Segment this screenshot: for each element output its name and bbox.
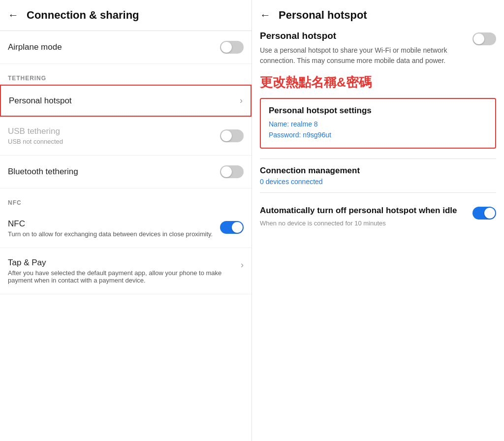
- auto-turn-off-sub: When no device is connected for 10 minut…: [260, 220, 467, 227]
- hotspot-settings-box[interactable]: Personal hotspot settings Name: realme 8…: [260, 98, 496, 149]
- tethering-section-header: TETHERING: [0, 64, 252, 85]
- nfc-label: NFC: [8, 219, 214, 229]
- tap-pay-sublabel: After you have selected the default paym…: [8, 269, 235, 284]
- left-header: ← Connection & sharing: [0, 0, 252, 31]
- bluetooth-tethering-label: Bluetooth tethering: [8, 167, 78, 177]
- right-divider-2: [260, 192, 496, 193]
- hotspot-section-desc: Use a personal hotspot to share your Wi-…: [260, 45, 467, 66]
- auto-turn-off-text: Automatically turn off personal hotspot …: [260, 205, 467, 227]
- personal-hotspot-row[interactable]: Personal hotspot ›: [0, 85, 252, 117]
- personal-hotspot-chevron: ›: [240, 95, 243, 106]
- usb-tethering-item[interactable]: USB tethering USB not connected: [0, 117, 252, 156]
- hotspot-section-title: Personal hotspot: [260, 31, 467, 41]
- tap-pay-label: Tap & Pay: [8, 258, 235, 268]
- tap-pay-item[interactable]: Tap & Pay After you have selected the de…: [0, 248, 252, 294]
- airplane-mode-label: Airplane mode: [8, 42, 62, 52]
- left-back-button[interactable]: ←: [8, 9, 19, 22]
- right-back-button[interactable]: ←: [260, 9, 271, 22]
- left-panel: ← Connection & sharing Airplane mode TET…: [0, 0, 252, 441]
- connection-mgmt-title: Connection management: [260, 166, 496, 176]
- left-panel-title: Connection & sharing: [27, 9, 139, 22]
- tap-pay-chevron: ›: [241, 260, 244, 270]
- auto-turn-off-title: Automatically turn off personal hotspot …: [260, 205, 467, 217]
- nfc-toggle[interactable]: [220, 221, 244, 234]
- hotspot-top-row: Personal hotspot Use a personal hotspot …: [260, 31, 496, 71]
- right-header: ← Personal hotspot: [252, 0, 504, 31]
- airplane-mode-toggle[interactable]: [220, 41, 244, 54]
- right-panel-title: Personal hotspot: [279, 9, 367, 22]
- hotspot-settings-name: Name: realme 8: [269, 119, 487, 129]
- hotspot-main-toggle[interactable]: [472, 32, 496, 45]
- auto-turn-off-toggle[interactable]: [472, 207, 496, 220]
- hotspot-settings-password: Password: n9sg96ut: [269, 129, 487, 140]
- right-panel: ← Personal hotspot Personal hotspot Use …: [252, 0, 504, 441]
- airplane-mode-item[interactable]: Airplane mode: [0, 31, 252, 64]
- auto-turn-off-row[interactable]: Automatically turn off personal hotspot …: [260, 200, 496, 227]
- right-content: Personal hotspot Use a personal hotspot …: [252, 31, 504, 227]
- bluetooth-tethering-toggle[interactable]: [220, 165, 244, 178]
- nfc-section-header: NFC: [0, 189, 252, 209]
- annotation-text: 更改熱點名稱&密碼: [260, 74, 496, 91]
- connection-mgmt-sub[interactable]: 0 devices connected: [260, 178, 496, 186]
- nfc-sublabel: Turn on to allow for exchanging data bet…: [8, 230, 214, 238]
- hotspot-settings-title: Personal hotspot settings: [269, 106, 487, 116]
- connection-management-section: Connection management 0 devices connecte…: [260, 166, 496, 186]
- right-divider-1: [260, 158, 496, 159]
- bluetooth-tethering-item[interactable]: Bluetooth tethering: [0, 156, 252, 189]
- usb-tethering-label: USB tethering: [8, 126, 63, 136]
- usb-tethering-toggle[interactable]: [220, 129, 244, 142]
- usb-tethering-sublabel: USB not connected: [8, 138, 63, 145]
- nfc-item[interactable]: NFC Turn on to allow for exchanging data…: [0, 209, 252, 248]
- personal-hotspot-label: Personal hotspot: [9, 96, 72, 106]
